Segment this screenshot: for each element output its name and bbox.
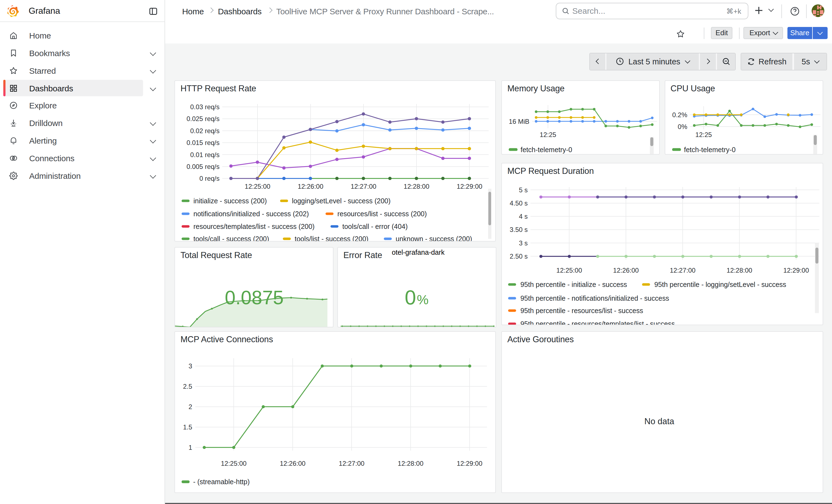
svg-text:12:25:00: 12:25:00 xyxy=(556,267,582,274)
svg-text:0.2%: 0.2% xyxy=(672,111,687,118)
svg-text:12:25: 12:25 xyxy=(695,131,711,138)
svg-text:12:26:00: 12:26:00 xyxy=(280,460,305,468)
svg-text:12:29:00: 12:29:00 xyxy=(457,183,482,190)
svg-text:95th percentile - logging/setL: 95th percentile - logging/setLevel - suc… xyxy=(654,281,786,288)
svg-text:12:26:00: 12:26:00 xyxy=(298,183,323,190)
svg-text:1.5: 1.5 xyxy=(183,424,192,431)
svg-text:3.50 s: 3.50 s xyxy=(510,226,528,233)
svg-text:0.005 req/s: 0.005 req/s xyxy=(186,163,219,170)
svg-text:12:26:00: 12:26:00 xyxy=(613,267,639,274)
svg-text:- (streamable-http): - (streamable-http) xyxy=(193,478,250,486)
svg-text:12:28:00: 12:28:00 xyxy=(727,267,752,274)
svg-text:12:27:00: 12:27:00 xyxy=(670,267,695,274)
svg-text:4.50 s: 4.50 s xyxy=(510,200,528,207)
svg-text:12:25: 12:25 xyxy=(540,131,556,138)
svg-text:0.03 req/s: 0.03 req/s xyxy=(190,103,219,111)
svg-text:3: 3 xyxy=(188,363,192,370)
svg-text:0 req/s: 0 req/s xyxy=(200,175,219,182)
svg-text:notifications/initialized - su: notifications/initialized - success (202… xyxy=(193,210,309,218)
svg-text:2: 2 xyxy=(188,403,192,411)
svg-text:12:25:00: 12:25:00 xyxy=(221,460,246,468)
svg-text:95th percentile - notification: 95th percentile - notifications/initiali… xyxy=(520,294,669,302)
svg-text:0%: 0% xyxy=(677,123,687,130)
svg-text:fetch-telemetry-0: fetch-telemetry-0 xyxy=(521,146,572,154)
svg-text:resources/templates/list - suc: resources/templates/list - success (200) xyxy=(193,222,314,230)
svg-text:4 s: 4 s xyxy=(519,213,528,220)
svg-text:resources/list - success (200): resources/list - success (200) xyxy=(337,210,427,218)
svg-text:tools/call - error (404): tools/call - error (404) xyxy=(342,222,408,230)
svg-text:3 s: 3 s xyxy=(519,239,528,247)
svg-text:%: % xyxy=(417,292,428,307)
svg-text:2.50 s: 2.50 s xyxy=(510,253,528,260)
svg-text:12:29:00: 12:29:00 xyxy=(457,460,482,468)
svg-text:95th percentile - initialize -: 95th percentile - initialize - success xyxy=(520,281,627,288)
svg-text:12:28:00: 12:28:00 xyxy=(404,183,429,190)
svg-text:0.025 req/s: 0.025 req/s xyxy=(186,115,219,123)
svg-text:tools/list - success (200): tools/list - success (200) xyxy=(295,235,368,242)
svg-text:unknown - success (200): unknown - success (200) xyxy=(396,235,472,242)
svg-text:95th percentile - resources/li: 95th percentile - resources/list - succe… xyxy=(520,307,643,314)
svg-text:16 MiB: 16 MiB xyxy=(509,118,529,125)
svg-text:initialize - success (200): initialize - success (200) xyxy=(193,197,267,205)
svg-text:logging/setLevel - success (20: logging/setLevel - success (200) xyxy=(292,197,391,205)
svg-text:1: 1 xyxy=(188,444,192,451)
svg-text:12:27:00: 12:27:00 xyxy=(350,183,376,190)
svg-text:12:27:00: 12:27:00 xyxy=(339,460,364,468)
svg-text:12:28:00: 12:28:00 xyxy=(398,460,423,468)
svg-text:95th percentile - resources/te: 95th percentile - resources/templates/li… xyxy=(520,320,675,325)
svg-text:0: 0 xyxy=(405,286,416,309)
svg-text:tools/call - success (200): tools/call - success (200) xyxy=(193,235,269,242)
svg-text:0.01 req/s: 0.01 req/s xyxy=(190,151,219,158)
svg-text:2.5: 2.5 xyxy=(183,383,192,390)
svg-text:0.0875: 0.0875 xyxy=(225,287,284,309)
svg-text:0.02 req/s: 0.02 req/s xyxy=(190,127,219,135)
svg-text:12:29:00: 12:29:00 xyxy=(783,267,809,274)
svg-text:12:25:00: 12:25:00 xyxy=(244,183,270,190)
svg-text:5 s: 5 s xyxy=(519,186,528,194)
svg-text:fetch-telemetry-0: fetch-telemetry-0 xyxy=(684,146,735,154)
svg-text:0.015 req/s: 0.015 req/s xyxy=(186,139,219,147)
